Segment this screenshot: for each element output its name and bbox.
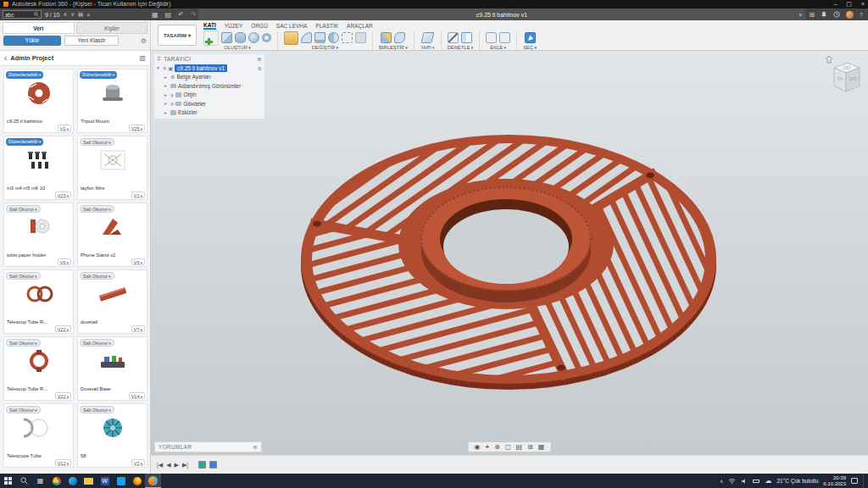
measure-icon[interactable] — [448, 32, 459, 43]
revolve-icon[interactable] — [235, 32, 246, 43]
tab-data[interactable]: Veri — [3, 22, 75, 34]
taskbar-app-code[interactable] — [113, 474, 129, 488]
browser-item-row[interactable]: ▸ ◉ Gövdeler — [154, 99, 264, 108]
find-input[interactable]: abc — [3, 10, 42, 19]
version-badge[interactable]: V6 — [58, 258, 71, 265]
expand-arrow-icon[interactable]: ▸ — [164, 83, 169, 88]
data-panel-toggle-icon[interactable]: ▦ — [152, 11, 159, 19]
taskbar-app-fusion[interactable] — [145, 474, 161, 488]
new-component-icon[interactable] — [381, 32, 392, 43]
timeline-feature-sketch[interactable] — [198, 461, 206, 469]
view-cube[interactable]: ÜST ÖN SAĞ — [824, 53, 863, 100]
taskbar-app-explorer[interactable] — [81, 474, 97, 488]
find-close-icon[interactable]: × — [86, 12, 90, 18]
browser-item-label[interactable]: Eskizler — [178, 109, 198, 115]
help-icon[interactable]: ? — [860, 12, 863, 18]
shell-icon[interactable] — [314, 32, 326, 43]
visibility-bulb-icon[interactable]: ◉ — [170, 101, 174, 106]
back-chevron-icon[interactable]: ‹ — [4, 53, 7, 63]
ribbon-tab-tools[interactable]: ARAÇLAR — [347, 23, 373, 29]
version-badge[interactable]: V9 — [131, 258, 145, 265]
expand-arrow-icon[interactable]: ▾ — [157, 65, 161, 70]
ribbon-tab-surface[interactable]: YÜZEY — [225, 23, 243, 29]
comments-bar[interactable]: YORUMLAR ⊕ — [154, 441, 262, 452]
version-badge[interactable]: V7 — [131, 325, 145, 332]
version-badge[interactable]: V1 — [58, 125, 71, 131]
joint-icon[interactable] — [394, 32, 405, 43]
find-highlight-icon[interactable]: ▤ — [78, 11, 83, 18]
tray-expand-icon[interactable]: ∧ — [720, 478, 723, 484]
group-label-inspect[interactable]: DENETLE — [448, 45, 474, 50]
offset-face-icon[interactable] — [342, 32, 353, 43]
create-sketch-icon[interactable] — [203, 30, 219, 46]
weather-text[interactable]: 21°C Çok bulutlu — [776, 478, 818, 484]
find-next-icon[interactable]: ∨ — [70, 11, 75, 18]
expand-arrow-icon[interactable]: ▸ — [164, 110, 169, 115]
browser-item-label[interactable]: Belge Ayarları — [176, 74, 210, 80]
access-badge[interactable]: Salt Okunur — [6, 339, 41, 347]
version-badge[interactable]: V25 — [129, 125, 145, 131]
viewcube-top-label[interactable]: ÜST — [843, 65, 851, 70]
insert-mesh-icon[interactable] — [486, 32, 497, 43]
taskbar-app-chrome[interactable] — [48, 474, 64, 488]
access-badge[interactable]: Salt Okunur — [6, 205, 41, 213]
section-analysis-icon[interactable] — [461, 32, 472, 43]
change-parameters-icon[interactable] — [355, 32, 366, 43]
group-label-assemble[interactable]: BİRLEŞTİR — [379, 45, 408, 50]
file-menu-icon[interactable]: ▤ — [165, 11, 172, 19]
expand-arrow-icon[interactable]: ▸ — [164, 75, 169, 80]
press-pull-icon[interactable] — [284, 31, 298, 45]
viewport-canvas[interactable]: ⠿ TARAYICI ⊕ ▾ ◉ ▣ c9.25 tl bahtinov v1 … — [151, 51, 868, 455]
redo-icon[interactable]: ↷ — [191, 11, 197, 19]
project-card[interactable]: Düzenlenebilir Tripod Mount V25 — [77, 69, 147, 133]
visibility-bulb-icon[interactable]: ◉ — [163, 65, 166, 70]
ribbon-tab-mesh[interactable]: ÖRGÜ — [251, 23, 268, 29]
add-comment-icon[interactable]: ⊕ — [253, 444, 258, 451]
grid-settings-icon[interactable]: ⊞ — [527, 443, 533, 451]
view-toggle-icon[interactable]: ▥ — [139, 54, 146, 62]
project-card[interactable]: Salt Okunur Telescop Tube R... V22 — [3, 269, 74, 334]
workspace-selector[interactable]: TASARIM▾ — [158, 25, 197, 46]
project-card[interactable]: Salt Okunur Telescop Tube R... V22 — [3, 336, 74, 401]
close-button[interactable]: × — [861, 0, 865, 8]
timeline-step-back-icon[interactable]: ◀ — [166, 462, 170, 469]
visibility-bulb-icon[interactable]: ◉ — [170, 92, 174, 97]
taskbar-app-firefox[interactable] — [129, 474, 145, 488]
extensions-icon[interactable]: ⊞ — [809, 11, 815, 19]
browser-root-label[interactable]: c9.25 tl bahtinov v1 — [175, 64, 227, 72]
taskbar-search-button[interactable] — [16, 474, 32, 488]
version-badge[interactable]: V23 — [55, 191, 71, 198]
project-card[interactable]: Salt Okunur Telescope Tube V12 — [3, 403, 74, 468]
access-badge[interactable]: Salt Okunur — [80, 205, 114, 213]
fillet-icon[interactable] — [301, 32, 312, 43]
access-badge[interactable]: Düzenlenebilir — [6, 138, 43, 146]
version-badge[interactable]: V1 — [131, 191, 145, 198]
timeline-feature-extrude[interactable] — [209, 461, 217, 469]
group-label-select[interactable]: SEÇ — [523, 45, 537, 50]
viewcube-right-label[interactable]: SAĞ — [849, 76, 857, 81]
taskbar-app-edge[interactable] — [64, 474, 81, 488]
viewcube-front-label[interactable]: ÖN — [837, 76, 843, 81]
document-tab-close-icon[interactable]: × — [798, 12, 802, 18]
group-label-insert[interactable]: EKLE — [490, 45, 506, 50]
sweep-icon[interactable] — [248, 32, 259, 43]
taskbar-clock[interactable]: 20:39 6.10.2023 — [823, 475, 846, 487]
find-prev-icon[interactable]: ∧ — [64, 11, 68, 18]
maximize-button[interactable]: ▢ — [846, 0, 852, 8]
version-badge[interactable]: V12 — [55, 459, 71, 466]
version-badge[interactable]: V2 — [131, 459, 145, 466]
minimize-button[interactable]: – — [833, 0, 837, 8]
combine-icon[interactable] — [328, 32, 339, 43]
access-badge[interactable]: Düzenlenebilir — [6, 71, 43, 79]
pan-icon[interactable]: + — [486, 443, 490, 451]
browser-item-row[interactable]: ▸ Adlandırılmış Görünümler — [154, 81, 264, 91]
center-ring[interactable] — [421, 187, 591, 302]
browser-item-row[interactable]: ▸ Eskizler — [154, 108, 264, 118]
timeline-go-start-icon[interactable]: |◀ — [157, 462, 163, 469]
version-badge[interactable]: V14 — [129, 392, 145, 399]
taskbar-app-word[interactable]: W — [97, 474, 113, 488]
access-badge[interactable]: Salt Okunur — [6, 272, 41, 280]
select-tool-icon[interactable] — [525, 32, 536, 43]
display-settings-icon[interactable]: ▤ — [516, 443, 523, 451]
browser-item-label[interactable]: Adlandırılmış Görünümler — [178, 83, 241, 89]
